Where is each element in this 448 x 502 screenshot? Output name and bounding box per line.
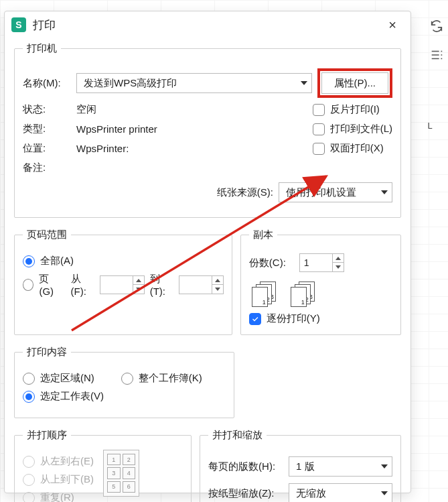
range-from-label: 从(F): (71, 273, 94, 297)
copies-group-label: 副本 (249, 229, 277, 241)
chevron-down-icon (381, 464, 388, 468)
content-workbook-label: 整个工作簿(K) (139, 372, 202, 385)
chevron-down-icon (381, 491, 388, 495)
scale-group-label: 并打和缩放 (208, 429, 267, 442)
order-lr-label: 从左到右(E) (40, 455, 94, 468)
range-from-spinner[interactable] (100, 275, 145, 294)
print-content-group: 打印内容 选定区域(N) 整个工作簿(K) 选定工作表(V) (14, 346, 234, 418)
print-to-file-label: 打印到文件(L) (330, 123, 392, 135)
order-tb-label: 从上到下(B) (40, 473, 94, 486)
range-all-radio[interactable]: 全部(A) (23, 255, 74, 267)
status-value: 空闲 (76, 103, 307, 116)
chevron-down-icon (381, 190, 388, 194)
by-paper-label: 按纸型缩放(Z): (208, 487, 282, 500)
range-to-label: 到(T): (150, 273, 173, 297)
range-to-spinner[interactable] (179, 275, 224, 294)
column-header-L: L (420, 121, 440, 135)
content-selection-radio[interactable]: 选定区域(N) (23, 372, 94, 385)
reverse-print-label: 反片打印(I) (330, 103, 380, 116)
printer-group: 打印机 名称(M): 发送到WPS高级打印 属性(P)... 状态: 空闲 (14, 42, 401, 218)
properties-button[interactable]: 属性(P)... (321, 72, 389, 94)
rotate-icon[interactable] (429, 19, 444, 36)
type-label: 类型: (23, 123, 71, 135)
content-workbook-radio[interactable]: 整个工作簿(K) (121, 372, 202, 385)
order-repeat-radio: 重复(R) (23, 491, 74, 502)
content-selection-label: 选定区域(N) (40, 372, 94, 385)
copies-count-value: 1 (300, 257, 332, 268)
print-to-file-checkbox[interactable]: 打印到文件(L) (313, 123, 392, 135)
location-label: 位置: (23, 142, 71, 155)
settings-icon[interactable] (429, 48, 444, 64)
order-thumbnail: 12 34 56 (103, 450, 139, 497)
printer-group-label: 打印机 (23, 42, 61, 55)
dialog-title: 打印 (33, 17, 56, 33)
content-sheet-label: 选定工作表(V) (40, 390, 104, 403)
printer-name-combo[interactable]: 发送到WPS高级打印 (76, 73, 312, 93)
print-dialog: S 打印 × 打印机 名称(M): 发送到WPS高级打印 属性(P)... (4, 11, 411, 493)
print-order-label: 并打顺序 (23, 429, 71, 442)
order-repeat-label: 重复(R) (40, 491, 74, 502)
comment-label: 备注: (23, 162, 71, 174)
page-range-group: 页码范围 全部(A) 页(G) 从(F): (14, 229, 232, 335)
by-paper-value: 无缩放 (296, 487, 326, 500)
range-all-label: 全部(A) (40, 255, 74, 267)
collate-checkbox[interactable]: 逐份打印(Y) (249, 312, 320, 325)
copies-count-spinner[interactable]: 1 (299, 253, 344, 272)
sheet-side-icons (429, 19, 444, 64)
status-label: 状态: (23, 103, 71, 116)
paper-source-value: 使用打印机设置 (286, 186, 356, 199)
duplex-label: 双面打印(X) (330, 142, 384, 155)
content-sheet-radio[interactable]: 选定工作表(V) (23, 390, 104, 403)
collate-illustration: 3 2 1 3 2 1 (252, 281, 392, 304)
per-page-label: 每页的版数(H): (208, 460, 282, 473)
print-order-group: 并打顺序 从左到右(E) 从上到下(B) 重复(R) 12 34 56 (14, 429, 192, 502)
printer-name-label: 名称(M): (23, 77, 71, 90)
reverse-print-checkbox[interactable]: 反片打印(I) (313, 103, 392, 116)
duplex-checkbox[interactable]: 双面打印(X) (313, 142, 392, 155)
type-value: WpsPrinter printer (76, 123, 307, 135)
chevron-down-icon (301, 81, 307, 85)
order-tb-radio: 从上到下(B) (23, 473, 94, 486)
paper-source-label: 纸张来源(S): (217, 186, 273, 199)
location-value: WpsPrinter: (76, 143, 307, 154)
copies-count-label: 份数(C): (249, 257, 286, 269)
annotation-highlight: 属性(P)... (317, 68, 393, 98)
app-icon: S (11, 17, 26, 32)
printer-name-value: 发送到WPS高级打印 (84, 77, 177, 90)
order-lr-radio: 从左到右(E) (23, 455, 94, 468)
page-range-label: 页码范围 (23, 229, 71, 241)
print-content-label: 打印内容 (23, 346, 71, 359)
range-pages-radio[interactable]: 页(G) (23, 273, 62, 297)
per-page-value: 1 版 (296, 460, 315, 473)
scale-group: 并打和缩放 每页的版数(H): 1 版 按纸型缩放(Z): 无缩放 (200, 429, 401, 502)
paper-source-combo[interactable]: 使用打印机设置 (279, 182, 392, 202)
per-page-combo[interactable]: 1 版 (289, 456, 392, 477)
range-pages-label: 页(G) (39, 273, 61, 297)
copies-group: 副本 份数(C): 1 3 2 1 (240, 229, 401, 335)
close-button[interactable]: × (382, 15, 402, 35)
collate-label: 逐份打印(Y) (267, 312, 320, 325)
by-paper-combo[interactable]: 无缩放 (289, 483, 392, 502)
